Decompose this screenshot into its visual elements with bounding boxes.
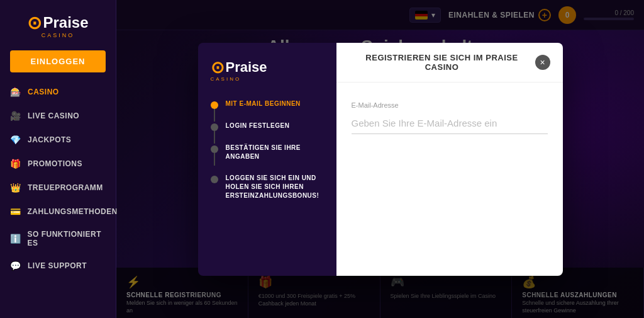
modal-close-button[interactable]: × (535, 55, 550, 70)
promotions-icon: 🎁 (10, 158, 21, 169)
step-3-label: BESTÄTIGEN SIE IHRE ANGABEN (226, 144, 324, 161)
modal-header: REGISTRIEREN SIE SICH IM PRAISE CASINO × (336, 43, 563, 82)
step-2-label: LOGIN FESTLEGEN (226, 122, 290, 130)
sidebar-item-live-support-label: LIVE SUPPORT (28, 261, 87, 270)
jackpots-icon: 💎 (10, 134, 21, 145)
zahlungsmethoden-icon: 💳 (10, 206, 21, 217)
treueprogramm-icon: 👑 (10, 182, 21, 193)
modal-logo: ⊙ Praise CASINO (211, 58, 324, 82)
modal-overlay: ⊙ Praise CASINO MIT E-MAIL BEGINNEN (116, 0, 644, 318)
casino-icon: 🎰 (10, 86, 21, 98)
logo-orbit-icon: ⊙ (27, 13, 42, 33)
step-2-dot (211, 123, 218, 131)
modal-left-panel: ⊙ Praise CASINO MIT E-MAIL BEGINNEN (198, 43, 336, 276)
registration-steps: MIT E-MAIL BEGINNEN LOGIN FESTLEGEN (211, 99, 324, 213)
email-label: E-Mail-Adresse (352, 101, 548, 109)
logo-praise-text: Praise (43, 14, 88, 31)
live-support-icon: 💬 (10, 260, 21, 271)
sidebar-item-treueprogramm[interactable]: 👑 TREUEPROGRAMM (0, 176, 116, 200)
step-1-dot (211, 101, 218, 109)
step-1-label: MIT E-MAIL BEGINNEN (226, 99, 301, 108)
modal-logo-praise-text: Praise (226, 59, 267, 76)
modal-logo-orbit-icon: ⊙ (211, 58, 225, 77)
step-4: LOGGEN SIE SICH EIN UND HOLEN SIE SICH I… (211, 174, 324, 200)
step-2-line (214, 131, 215, 144)
sidebar-item-live-support[interactable]: 💬 LIVE SUPPORT (0, 254, 116, 278)
main-content: Alle neuen Spieler erhalten ⚡ SCHNELLE R… (116, 0, 644, 318)
step-1-line (214, 109, 215, 122)
sidebar-item-live-casino-label: LIVE CASINO (28, 111, 79, 120)
step-4-dot (211, 176, 218, 183)
step-4-label: LOGGEN SIE SICH EIN UND HOLEN SIE SICH I… (226, 174, 324, 200)
sidebar-item-zahlungsmethoden-label: ZAHLUNGSMETHODEN (28, 207, 118, 216)
modal-logo-casino-text: CASINO (211, 76, 324, 82)
sidebar-item-casino[interactable]: 🎰 CASINO (0, 80, 116, 104)
so-funktioniert-icon: ℹ️ (10, 233, 21, 244)
step-3-line (214, 153, 215, 166)
sidebar-item-zahlungsmethoden[interactable]: 💳 ZAHLUNGSMETHODEN (0, 200, 116, 224)
sidebar-nav: 🎰 CASINO 🎥 LIVE CASINO 💎 JACKPOTS 🎁 PROM… (0, 80, 116, 278)
modal-title: REGISTRIEREN SIE SICH IM PRAISE CASINO (349, 53, 535, 72)
sidebar-item-treueprogramm-label: TREUEPROGRAMM (28, 183, 103, 192)
step-2: LOGIN FESTLEGEN (211, 122, 324, 131)
sidebar-item-live-casino[interactable]: 🎥 LIVE CASINO (0, 104, 116, 128)
step-1: MIT E-MAIL BEGINNEN (211, 99, 324, 109)
sidebar-item-casino-label: CASINO (28, 88, 59, 96)
sidebar-item-jackpots[interactable]: 💎 JACKPOTS (0, 128, 116, 152)
sidebar: ⊙ Praise CASINO EINLOGGEN 🎰 CASINO 🎥 LIV… (0, 0, 116, 318)
email-input[interactable] (352, 113, 548, 134)
step-3-dot (211, 145, 218, 153)
modal-right-panel: REGISTRIEREN SIE SICH IM PRAISE CASINO ×… (336, 43, 563, 276)
sidebar-item-jackpots-label: JACKPOTS (28, 135, 71, 144)
sidebar-item-so-funktioniert-label: SO FUNKTIONIERT ES (28, 230, 106, 247)
live-casino-icon: 🎥 (10, 110, 21, 122)
login-button[interactable]: EINLOGGEN (10, 50, 106, 72)
registration-modal: ⊙ Praise CASINO MIT E-MAIL BEGINNEN (198, 43, 563, 276)
sidebar-logo: ⊙ Praise CASINO (0, 0, 116, 50)
sidebar-item-promotions-label: PROMOTIONS (28, 159, 82, 168)
sidebar-item-promotions[interactable]: 🎁 PROMOTIONS (0, 152, 116, 176)
step-3: BESTÄTIGEN SIE IHRE ANGABEN (211, 144, 324, 161)
sidebar-item-so-funktioniert[interactable]: ℹ️ SO FUNKTIONIERT ES (0, 224, 116, 254)
modal-body: E-Mail-Adresse (336, 82, 563, 276)
